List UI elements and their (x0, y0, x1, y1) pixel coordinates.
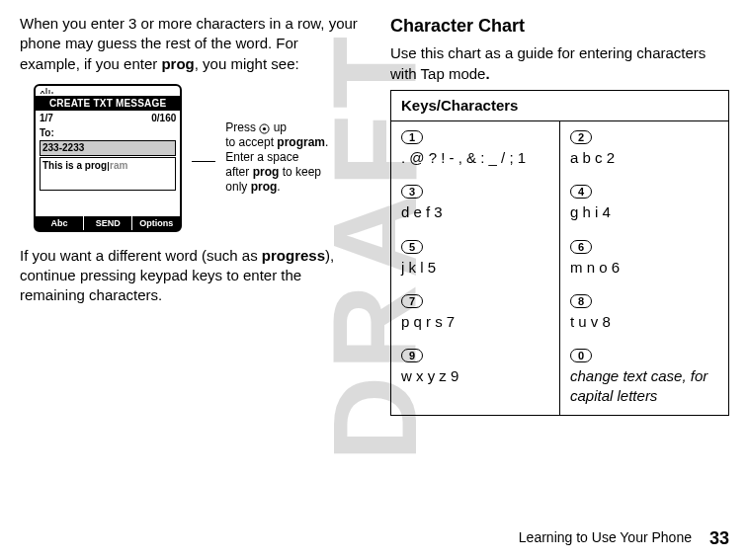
callout-l2b: program (277, 135, 325, 149)
callout-l4a: after (225, 165, 252, 179)
key-icon: 5 (401, 240, 423, 254)
callout-l1b: up (270, 120, 287, 134)
callout-leader-line (192, 161, 215, 162)
table-row: 7p q r s 7 8t u v 8 (391, 285, 729, 340)
callout-l4c: to keep (279, 165, 321, 179)
phone-callout: Press up to accept program. Enter a spac… (225, 120, 359, 195)
key-icon: 2 (570, 130, 592, 144)
lead-dot: . (485, 65, 489, 82)
phone-to-label: To: (36, 126, 180, 140)
key-icon: 7 (401, 294, 423, 308)
table-row: 9w x y z 9 0change text case, for capita… (391, 340, 729, 415)
key-icon: 4 (570, 185, 592, 199)
key-icon: 8 (570, 294, 592, 308)
key-chars: p q r s 7 (401, 313, 455, 330)
lead-before: Use this chart as a guide for entering c… (390, 44, 706, 81)
nav-key-icon (259, 123, 270, 134)
table-header: Keys/Characters (391, 90, 729, 120)
phone-counter-right: 0/160 (151, 112, 176, 125)
callout-l5b: prog (251, 180, 278, 194)
phone-status-bar (36, 86, 180, 96)
table-row: 1. @ ? ! - , & : _ / ; 1 2a b c 2 (391, 121, 729, 177)
key-icon: 0 (570, 349, 592, 362)
table-row: 5j k l 5 6m n o 6 (391, 231, 729, 285)
phone-counter-row: 1/7 0/160 (36, 111, 180, 126)
callout-l4b: prog (253, 165, 280, 179)
intro-after: , you might see: (195, 55, 299, 72)
key-chars: a b c 2 (570, 149, 615, 166)
key-chars: g h i 4 (570, 203, 611, 220)
intro-paragraph: When you enter 3 or more characters in a… (20, 14, 359, 74)
char-chart-heading: Character Chart (390, 14, 729, 38)
key-icon: 3 (401, 185, 423, 199)
phone-title: CREATE TXT MESSAGE (36, 96, 180, 112)
key-chars: t u v 8 (570, 313, 611, 330)
svg-point-1 (263, 127, 266, 130)
keys-characters-table: Keys/Characters 1. @ ? ! - , & : _ / ; 1… (390, 90, 729, 416)
callout-l2c: . (325, 135, 328, 149)
phone-figure: CREATE TXT MESSAGE 1/7 0/160 To: 233-223… (34, 84, 359, 232)
outro-code: progress (262, 247, 325, 264)
key-chars: j k l 5 (401, 259, 436, 276)
callout-l5c: . (277, 180, 280, 194)
callout-l5a: only (225, 180, 250, 194)
phone-message-box: This is a program (40, 157, 176, 191)
footer-section: Learning to Use Your Phone (519, 528, 692, 547)
table-row: 3d e f 3 4g h i 4 (391, 176, 729, 230)
page-footer: Learning to Use Your Phone 33 (519, 526, 729, 550)
outro-paragraph: If you want a different word (such as pr… (20, 246, 359, 306)
phone-screen: CREATE TXT MESSAGE 1/7 0/160 To: 233-223… (34, 84, 182, 232)
key-chars: m n o 6 (570, 259, 620, 276)
outro-before: If you want a different word (such as (20, 247, 262, 264)
softkey-left: Abc (36, 216, 83, 230)
right-column: Character Chart Use this chart as a guid… (390, 14, 729, 416)
callout-l3: Enter a space (225, 150, 359, 165)
phone-counter-left: 1/7 (40, 112, 53, 125)
key-icon: 6 (570, 240, 592, 254)
intro-code: prog (161, 55, 194, 72)
char-chart-lead: Use this chart as a guide for entering c… (390, 43, 729, 84)
phone-msg-typed: This is a prog (42, 160, 107, 171)
callout-l2a: to accept (225, 135, 277, 149)
phone-cursor-icon (108, 162, 109, 171)
left-column: When you enter 3 or more characters in a… (20, 14, 359, 416)
callout-l1a: Press (225, 120, 259, 134)
signal-icon (40, 87, 59, 95)
key-chars: w x y z 9 (401, 367, 458, 384)
softkey-right: Options (131, 216, 180, 230)
key-icon: 1 (401, 130, 423, 144)
softkey-middle: SEND (83, 216, 131, 230)
phone-to-field: 233-2233 (40, 140, 176, 156)
key-icon: 9 (401, 349, 423, 362)
phone-msg-suggestion: ram (110, 160, 127, 171)
key-chars: . @ ? ! - , & : _ / ; 1 (401, 149, 526, 166)
key-chars: d e f 3 (401, 203, 443, 220)
page-number: 33 (709, 526, 729, 550)
phone-softkey-row: Abc SEND Options (36, 216, 180, 230)
key-chars: change text case, for capital letters (570, 367, 707, 404)
